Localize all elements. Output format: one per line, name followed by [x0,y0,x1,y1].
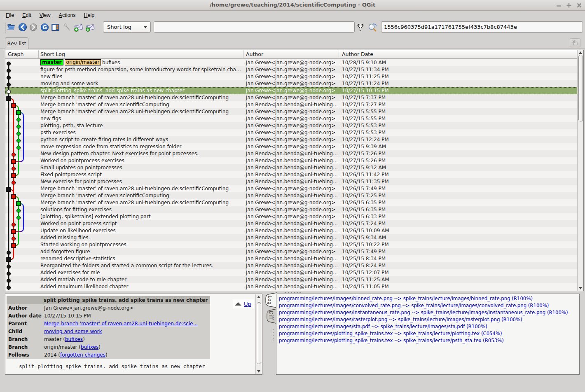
apply-patch-icon[interactable] [84,22,95,33]
table-row[interactable]: [plotting, spiketrains] extended plottin… [5,213,577,220]
menu-file[interactable]: File [2,12,18,19]
detail-link[interactable]: Merge branch 'master' of raven.am28.uni-… [44,321,198,327]
table-row[interactable]: Added missing files.Jan Benda<jan.benda@… [5,234,577,241]
table-row[interactable]: Added maximum likelihood chapterJan Bend… [5,283,577,290]
filter-icon[interactable] [355,22,366,33]
file-rename-item[interactable]: programming/lectures/plotting_spike_trai… [276,337,579,344]
file-rename-item[interactable]: programming/lectures/plotting_spike_trai… [276,330,579,337]
refresh-icon[interactable]: G [39,22,50,33]
open-folder-icon[interactable] [6,22,17,33]
table-row[interactable]: figure for psth method comparsion, some … [5,66,577,73]
scroll-down-icon[interactable] [257,370,260,373]
detail-link[interactable]: moving and some work [44,329,102,334]
ref-badge-master: master [40,59,63,65]
menu-view[interactable]: View [35,12,55,19]
scroll-up-icon[interactable] [257,296,260,298]
horizontal-splitter[interactable] [284,292,301,293]
table-row[interactable]: Worked on pointprocess exercisesJan Bend… [5,157,577,164]
table-row[interactable]: Merge branch 'master' of raven:scientifi… [5,101,577,108]
table-row[interactable]: python script to create firing rates in … [5,136,577,143]
log-mode-select[interactable]: Short log [103,21,151,33]
menu-help[interactable]: Help [80,12,99,19]
tab-diff[interactable]: Diff [268,311,274,320]
minimize-button[interactable] [555,2,562,9]
cell-author: Jan Benda<jan.benda@uni-tuebing… [243,234,339,241]
table-row[interactable]: Added exercises for mleJan Benda<jan.ben… [5,269,577,276]
scroll-up-icon[interactable] [579,51,582,54]
table-row[interactable]: move regression code from statistics to … [5,143,577,150]
svg-text:G: G [42,24,47,30]
file-rename-item[interactable]: programming/lectures/images/sta.pdf --> … [276,323,579,330]
view-panes-icon[interactable] [50,22,61,33]
cell-date: 10/27/15 9:39 AM [339,143,577,150]
sha-input[interactable] [381,21,583,33]
table-row[interactable]: New exercise for point processesJan Bend… [5,178,577,185]
scrollbar-thumb[interactable] [257,302,261,364]
menu-edit[interactable]: Edit [18,12,35,19]
close-button[interactable] [576,2,583,9]
tab-log[interactable]: Log [267,296,273,305]
column-header-graph[interactable]: Graph [5,50,39,59]
filter-input[interactable] [154,21,355,33]
table-row[interactable]: Update on likelihood exercisesJan Benda<… [5,227,577,234]
table-row[interactable]: new figsJan Grewe<jan.grewe@g-node.org>1… [5,115,577,122]
table-row[interactable]: Merge branch 'master' of raven.am28.uni-… [5,199,577,206]
cell-shortlog: Worked on point process script [39,220,243,227]
menu-actions[interactable]: Actions [55,12,80,19]
column-header-short-log[interactable]: Short Log [39,50,243,59]
cell-shortlog-text: Merge branch 'master' of raven.am28.uni-… [40,109,229,114]
table-row[interactable]: masterorigin/masterbufixesJan Grewe<jan.… [5,59,577,66]
maximize-button[interactable] [566,2,572,9]
table-row[interactable]: Started working on pointprocessesJan Ben… [5,241,577,248]
cell-shortlog: Merge branch 'master' of raven.am28.uni-… [39,94,243,101]
cell-shortlog-text: Update on likelihood exercises [40,228,116,233]
detail-link[interactable]: forgotten changes [60,352,105,358]
detail-link[interactable]: bufixes [81,344,98,350]
cell-author: Jan Benda<jan.benda@uni-tuebing… [243,241,339,248]
revision-detail-panel: split plotting_spike trains. add spike t… [5,294,262,375]
table-row[interactable]: solutions for fitting exercisesJan Grewe… [5,206,577,213]
vertical-splitter[interactable] [272,328,274,341]
back-icon[interactable] [17,22,28,33]
cell-shortlog-text: Merge branch 'master' of raven.am28.uni-… [40,95,229,100]
table-row[interactable]: Merge branch 'master' of raven.am28.uni-… [5,108,577,115]
column-header-author-date[interactable]: Author Date [339,50,577,59]
forward-icon[interactable] [28,22,39,33]
scrollbar-thumb[interactable] [578,55,583,121]
detail-link[interactable]: bufixes [65,336,83,342]
close-tab-button[interactable] [570,38,580,47]
file-rename-item[interactable]: programming/lectures/images/instantaneou… [276,309,579,316]
table-row[interactable]: moving and some workJan Grewe<jan.grewe@… [5,80,577,87]
scroll-down-icon[interactable] [579,287,582,289]
table-row[interactable]: Merge branch 'master' of raven.am28.uni-… [5,185,577,192]
cell-author: Jan Grewe<jan.grewe@g-node.org> [243,66,339,73]
table-row[interactable]: Fixed pointprocess scriptJan Benda<jan.b… [5,171,577,178]
file-rename-item[interactable]: programming/lectures/images/binned_rate.… [276,295,579,302]
file-rename-item[interactable]: programming/lectures/images/convolved_ra… [276,302,579,309]
table-row[interactable]: Merge branch 'master' of raven.am28.uni-… [5,94,577,101]
table-row[interactable]: new filesJan Grewe<jan.grewe@g-node.org>… [5,73,577,80]
save-patch-icon[interactable] [73,22,84,33]
tabbar: Rev list [0,36,585,49]
table-row[interactable]: Small updates on pointprocessesJan Benda… [5,164,577,171]
table-row[interactable]: add forgotten figureJan Grewe<jan.grewe@… [5,248,577,255]
detail-scrollbar[interactable] [255,294,262,374]
file-rename-item[interactable]: programming/lectures/images/rasterplot.p… [276,316,579,323]
column-header-author[interactable]: Author [243,50,339,59]
table-row[interactable]: Added matlab code to mle chapterJan Bend… [5,276,577,283]
table-row[interactable]: split plotting_spike trains. add spike t… [5,87,577,94]
table-row[interactable]: Worked on point process scriptJan Benda<… [5,220,577,227]
up-link[interactable]: Up [244,301,251,307]
table-row[interactable]: plotting, psth, sta lectureJan Grewe<jan… [5,122,577,129]
rev-list-scrollbar[interactable] [577,50,583,291]
cell-author: Jan Benda<jan.benda@uni-tuebing… [243,178,339,185]
tab-rev-list[interactable]: Rev list [5,37,28,49]
highlight-search-icon[interactable] [367,22,378,33]
table-row[interactable]: psth exercisesJan Grewe<jan.grewe@g-node… [5,129,577,136]
table-row[interactable]: renamed descriptive-statisticsJan Benda<… [5,255,577,262]
table-row[interactable]: Merge branch 'master' of raven:scientifi… [5,192,577,199]
up-arrow-icon [235,302,241,306]
table-row[interactable]: New design pattern chapter. Next exercis… [5,150,577,157]
cell-graph [5,262,39,269]
table-row[interactable]: Reorganized the folders and started a co… [5,262,577,269]
